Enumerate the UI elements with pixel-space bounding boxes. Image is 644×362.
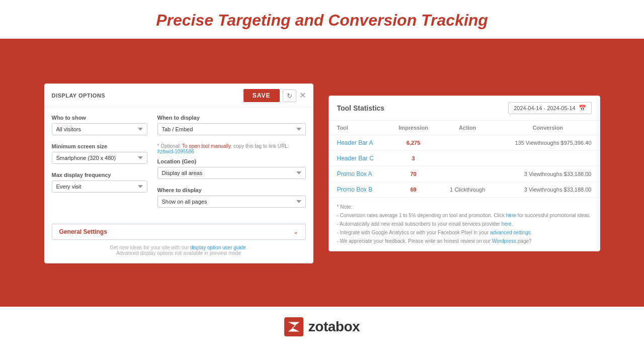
table-row: Promo Box B 69 1 Clickthrough 3 Viewthro… bbox=[329, 182, 600, 198]
here-link-1[interactable]: here bbox=[506, 213, 516, 218]
who-to-show-label: Who to show bbox=[52, 115, 147, 121]
footer-area: zotabox bbox=[0, 307, 644, 347]
footer-text-2: Advanced display options not available i… bbox=[52, 250, 306, 256]
location-geo-select[interactable]: Display all areas Specific countries bbox=[157, 167, 306, 179]
where-to-display-select[interactable]: Show on all pages Specific pages bbox=[157, 196, 306, 208]
max-display-freq-select[interactable]: Every visit Once per day Once per week bbox=[52, 180, 147, 193]
tool-name: Promo Box A bbox=[329, 166, 388, 182]
location-geo-label: Location (Geo) bbox=[157, 158, 306, 164]
user-guide-link[interactable]: display option user guide bbox=[190, 245, 246, 250]
page-title: Precise Targeting and Conversion Trackin… bbox=[5, 11, 639, 30]
panel-title: DISPLAY OPTIONS bbox=[52, 93, 106, 99]
note-header: * Note: bbox=[337, 203, 592, 211]
tool-name: Header Bar A bbox=[329, 135, 388, 151]
save-button[interactable]: SAVE bbox=[244, 89, 280, 102]
when-to-display-group: When to display Tab / Embed On load On s… bbox=[157, 115, 306, 135]
panel-actions: SAVE ↻ ✕ bbox=[244, 89, 306, 102]
right-column: When to display Tab / Embed On load On s… bbox=[157, 115, 306, 216]
note-2: - Automatically add new email subscriber… bbox=[337, 220, 592, 228]
refresh-button[interactable]: ↻ bbox=[283, 89, 296, 102]
zotabox-logo: zotabox bbox=[284, 317, 360, 336]
general-settings-bar[interactable]: General Settings ⌄ bbox=[52, 224, 306, 240]
tool-impression: 3 bbox=[388, 151, 439, 166]
calendar-icon: 📅 bbox=[579, 105, 586, 112]
date-range-box[interactable]: 2024-04-14 - 2024-05-14 📅 bbox=[508, 102, 591, 114]
col-conversion: Conversion bbox=[496, 121, 599, 135]
tool-action bbox=[439, 135, 496, 151]
tool-action: 1 Clickthrough bbox=[439, 182, 496, 198]
min-screen-size-group: Minimum screen size Smartphone (320 x 48… bbox=[52, 143, 147, 164]
note-3: - Integrate with Google Analytics or wit… bbox=[337, 228, 592, 237]
advanced-settings-link[interactable]: advanced settings bbox=[490, 230, 531, 235]
stats-title: Tool Statistics bbox=[337, 104, 385, 112]
when-to-display-select[interactable]: Tab / Embed On load On scroll On exit bbox=[157, 123, 306, 135]
tool-conversion bbox=[496, 151, 599, 166]
max-display-freq-label: Max display frequency bbox=[52, 172, 147, 178]
wordpress-link[interactable]: Wordpress bbox=[492, 238, 516, 244]
col-impression: Impression bbox=[388, 121, 439, 135]
open-tool-manually-link[interactable]: To open tool manually bbox=[182, 143, 231, 149]
optional-text: * Optional: To open tool manually, copy … bbox=[157, 143, 306, 154]
chevron-down-icon: ⌄ bbox=[293, 228, 298, 235]
table-row: Header Bar C 3 bbox=[329, 151, 600, 166]
notes-section: * Note: - Conversion rates average 1 to … bbox=[329, 198, 600, 250]
main-content-area: DISPLAY OPTIONS SAVE ↻ ✕ Who to show All… bbox=[0, 40, 644, 307]
tool-impression: 6,275 bbox=[388, 135, 439, 151]
tool-link[interactable]: Promo Box B bbox=[337, 186, 373, 193]
col-tool: Tool bbox=[329, 121, 388, 135]
panel-body: Who to show All visitors New visitors Re… bbox=[45, 108, 313, 220]
close-button[interactable]: ✕ bbox=[299, 92, 306, 100]
page-header: Precise Targeting and Conversion Trackin… bbox=[0, 0, 644, 40]
general-settings-label: General Settings bbox=[59, 228, 107, 235]
tool-action bbox=[439, 151, 496, 166]
max-display-freq-group: Max display frequency Every visit Once p… bbox=[52, 172, 147, 193]
where-to-display-group: Where to display Show on all pages Speci… bbox=[157, 187, 306, 208]
tool-impression: 69 bbox=[388, 182, 439, 198]
tool-statistics-panel: Tool Statistics 2024-04-14 - 2024-05-14 … bbox=[329, 96, 600, 251]
min-screen-size-label: Minimum screen size bbox=[52, 143, 147, 149]
tool-name: Header Bar C bbox=[329, 151, 388, 166]
note-4: - We appreciate your feedback. Please wr… bbox=[337, 237, 592, 245]
col-action: Action bbox=[439, 121, 496, 135]
tool-name: Promo Box B bbox=[329, 182, 388, 198]
stats-header: Tool Statistics 2024-04-14 - 2024-05-14 … bbox=[329, 96, 600, 121]
note-1: - Conversion rates average 1 to 5% depen… bbox=[337, 211, 592, 220]
tool-conversion: 135 Viewthroughs $975,396.40 bbox=[496, 135, 599, 151]
stats-table: Tool Impression Action Conversion Header… bbox=[329, 121, 600, 198]
zotabox-icon bbox=[284, 317, 303, 336]
location-geo-group: Location (Geo) Display all areas Specifi… bbox=[157, 158, 306, 179]
display-options-panel: DISPLAY OPTIONS SAVE ↻ ✕ Who to show All… bbox=[44, 83, 313, 263]
date-range-text: 2024-04-14 - 2024-05-14 bbox=[514, 105, 575, 111]
tool-conversion: 3 Viewthroughs $33,188.00 bbox=[496, 166, 599, 182]
table-row: Header Bar A 6,275 135 Viewthroughs $975… bbox=[329, 135, 600, 151]
tool-action bbox=[439, 166, 496, 182]
footer-text-1: Get new ideas for your site with our dis… bbox=[52, 245, 306, 250]
who-to-show-select[interactable]: All visitors New visitors Returning visi… bbox=[52, 123, 147, 135]
here-link-2[interactable]: here bbox=[502, 221, 512, 227]
tool-link[interactable]: Header Bar C bbox=[337, 155, 374, 162]
panel-header: DISPLAY OPTIONS SAVE ↻ ✕ bbox=[45, 84, 313, 108]
panel-footer: Get new ideas for your site with our dis… bbox=[45, 240, 313, 258]
table-header-row: Tool Impression Action Conversion bbox=[329, 121, 600, 135]
where-to-display-label: Where to display bbox=[157, 187, 306, 193]
tool-conversion: 3 Viewthroughs $33,188.00 bbox=[496, 182, 599, 198]
tool-link[interactable]: Header Bar A bbox=[337, 139, 373, 146]
when-to-display-label: When to display bbox=[157, 115, 306, 121]
tag-link: #zbwid-1095586 bbox=[157, 149, 194, 154]
who-to-show-group: Who to show All visitors New visitors Re… bbox=[52, 115, 147, 135]
table-row: Promo Box A 70 3 Viewthroughs $33,188.00 bbox=[329, 166, 600, 182]
min-screen-size-select[interactable]: Smartphone (320 x 480) Tablet Desktop bbox=[52, 152, 147, 164]
tool-link[interactable]: Promo Box A bbox=[337, 170, 372, 177]
zotabox-brand-text: zotabox bbox=[308, 319, 360, 335]
left-column: Who to show All visitors New visitors Re… bbox=[52, 115, 147, 216]
tool-impression: 70 bbox=[388, 166, 439, 182]
